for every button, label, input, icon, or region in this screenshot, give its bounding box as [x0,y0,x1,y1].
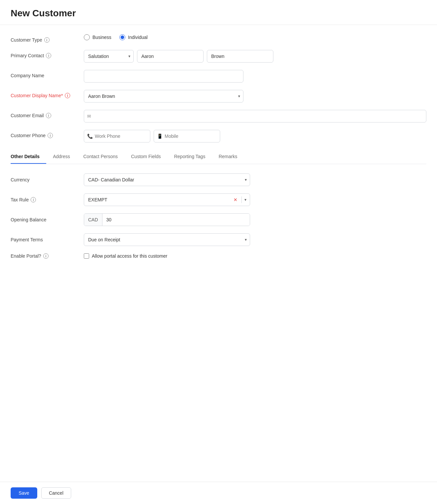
tabs-section: Other Details Address Contact Persons Cu… [11,150,426,164]
tabs-nav: Other Details Address Contact Persons Cu… [11,150,426,164]
opening-balance-label: Opening Balance [11,217,84,222]
primary-contact-label: Primary Contact i [11,50,84,58]
enable-portal-checkbox-label: Allow portal access for this customer [92,253,167,259]
save-button[interactable]: Save [11,487,37,499]
currency-control: CAD- Canadian Dollar USD- US Dollar EUR-… [84,173,250,186]
tax-divider [241,196,242,203]
payment-terms-label: Payment Terms [11,237,84,242]
email-label: Customer Email i [11,110,84,118]
page-container: New Customer Customer Type i Business In… [0,0,437,504]
company-name-input[interactable] [84,70,243,83]
company-name-row: Company Name [11,70,426,83]
individual-radio[interactable] [119,34,125,40]
display-name-wrapper: Aaron Brown ▾ [84,90,243,103]
enable-portal-row: Enable Portal? i Allow portal access for… [11,253,426,259]
currency-label: Currency [11,177,84,182]
display-name-controls: Aaron Brown ▾ [84,90,426,103]
tax-rule-row: Tax Rule i EXEMPT ✕ ▾ [11,193,426,206]
cancel-button[interactable]: Cancel [41,487,71,499]
page-title: New Customer [11,8,426,19]
business-radio-label[interactable]: Business [84,34,111,40]
customer-type-row: Customer Type i Business Individual [11,34,426,43]
display-name-label: Customer Display Name* i [11,90,84,98]
mobile-wrapper: 📱 [154,130,220,142]
email-controls: ✉ [84,110,426,123]
tax-rule-chevron-icon[interactable]: ▾ [244,197,246,202]
phone-label: Customer Phone i [11,130,84,138]
opening-balance-input[interactable] [102,214,250,226]
email-icon: ✉ [87,114,91,119]
currency-select-wrapper: CAD- Canadian Dollar USD- US Dollar EUR-… [84,173,250,186]
company-name-controls [84,70,426,83]
company-name-label: Company Name [11,70,84,78]
currency-select[interactable]: CAD- Canadian Dollar USD- US Dollar EUR-… [84,173,250,186]
customer-type-label: Customer Type i [11,34,84,43]
opening-balance-currency: CAD [84,214,102,226]
work-phone-input[interactable] [84,130,150,142]
page-header: New Customer [0,0,437,25]
tab-custom-fields[interactable]: Custom Fields [124,150,167,164]
tax-rule-clear-button[interactable]: ✕ [232,197,239,202]
enable-portal-info-icon: i [43,253,49,259]
display-name-row: Customer Display Name* i Aaron Brown ▾ [11,90,426,103]
tab-contact-persons[interactable]: Contact Persons [77,150,125,164]
primary-contact-info-icon: i [46,53,51,58]
enable-portal-label: Enable Portal? i [11,253,84,259]
first-name-input[interactable] [137,50,204,63]
currency-row: Currency CAD- Canadian Dollar USD- US Do… [11,173,426,186]
tax-rule-info-icon: i [31,197,36,202]
tab-other-details[interactable]: Other Details [11,150,46,164]
phone-controls: 📞 📱 [84,130,426,142]
tab-content-other-details: Currency CAD- Canadian Dollar USD- US Do… [11,164,426,273]
form-body: Customer Type i Business Individual [0,25,437,482]
primary-contact-controls: Salutation Mr. Mrs. Ms. Dr. Prof. ▾ [84,50,426,63]
enable-portal-checkbox[interactable] [84,253,89,259]
opening-balance-wrapper: CAD [84,213,250,226]
enable-portal-control: Allow portal access for this customer [84,253,250,259]
email-info-icon: i [46,113,51,118]
phone-row: Customer Phone i 📞 📱 [11,130,426,142]
tax-rule-control: EXEMPT ✕ ▾ [84,193,250,206]
tab-remarks[interactable]: Remarks [212,150,244,164]
customer-type-controls: Business Individual [84,34,426,40]
opening-balance-row: Opening Balance CAD [11,213,426,226]
payment-terms-row: Payment Terms Due on Receipt Net 15 Net … [11,233,426,246]
enable-portal-checkbox-wrapper: Allow portal access for this customer [84,253,250,259]
tax-rule-value: EXEMPT [88,197,229,202]
payment-terms-select[interactable]: Due on Receipt Net 15 Net 30 Net 45 Net … [84,233,250,246]
tax-rule-wrapper: EXEMPT ✕ ▾ [84,193,250,206]
tab-address[interactable]: Address [46,150,76,164]
bottom-bar: Save Cancel [0,482,437,504]
business-radio[interactable] [84,34,90,40]
customer-type-info-icon: i [44,37,50,43]
email-input-wrapper: ✉ [84,110,426,123]
salutation-select[interactable]: Salutation Mr. Mrs. Ms. Dr. Prof. [84,50,134,63]
primary-contact-row: Primary Contact i Salutation Mr. Mrs. Ms… [11,50,426,63]
salutation-wrapper: Salutation Mr. Mrs. Ms. Dr. Prof. ▾ [84,50,134,63]
email-row: Customer Email i ✉ [11,110,426,123]
work-phone-wrapper: 📞 [84,130,150,142]
payment-terms-select-wrapper: Due on Receipt Net 15 Net 30 Net 45 Net … [84,233,250,246]
tax-rule-label: Tax Rule i [11,197,84,202]
phone-info-icon: i [48,133,53,138]
tab-reporting-tags[interactable]: Reporting Tags [167,150,212,164]
display-name-info-icon: i [65,93,70,98]
individual-radio-label[interactable]: Individual [119,34,148,40]
email-input[interactable] [84,110,426,123]
display-name-select[interactable]: Aaron Brown [84,90,243,103]
opening-balance-control: CAD [84,213,250,226]
mobile-input[interactable] [154,130,220,142]
payment-terms-control: Due on Receipt Net 15 Net 30 Net 45 Net … [84,233,250,246]
customer-type-radio-group: Business Individual [84,34,148,40]
last-name-input[interactable] [207,50,273,63]
